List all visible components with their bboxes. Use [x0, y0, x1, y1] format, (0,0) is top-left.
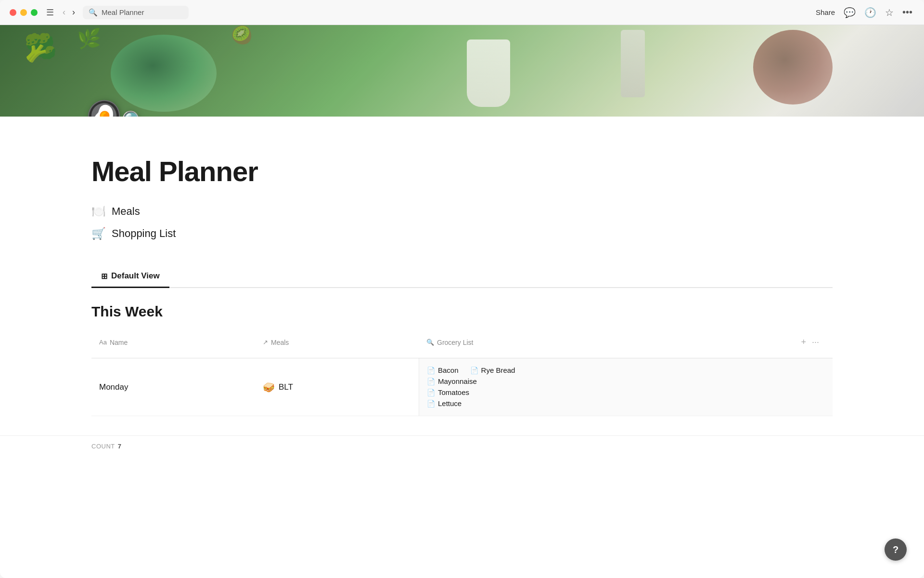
more-options-button[interactable]: ···: [812, 337, 819, 347]
view-tabs: ⊞ Default View: [91, 265, 833, 288]
doc-icon-mayo: 📄: [427, 378, 435, 385]
footer-count: COUNT 7: [0, 435, 924, 457]
tab-default-view[interactable]: ⊞ Default View: [91, 265, 169, 288]
meals-col-icon: ↗: [263, 339, 268, 346]
grocery-tomatoes-label: Tomatoes: [438, 388, 469, 396]
address-bar[interactable]: 🔍 Meal Planner: [83, 6, 189, 19]
titlebar: ☰ ‹ › 🔍 Meal Planner Share 💬 🕐 ☆ •••: [0, 0, 924, 25]
grocery-rye-label: Rye Bread: [481, 366, 515, 374]
page-title: Meal Planner: [91, 155, 833, 187]
grocery-row-4: 📄 Lettuce: [427, 399, 462, 407]
nav-arrows: ‹ ›: [61, 6, 77, 18]
cell-grocery: 📄 Bacon 📄 Rye Bread 📄 Mayonnaise: [419, 358, 833, 416]
close-button[interactable]: [10, 9, 16, 16]
main-content: Meal Planner 🍽️ Meals 🛒 Shopping List ⊞ …: [0, 117, 924, 435]
grocery-item-rye-bread[interactable]: 📄 Rye Bread: [470, 366, 515, 374]
col-header-meals: ↗ Meals: [255, 331, 419, 353]
share-button[interactable]: Share: [816, 8, 835, 16]
nav-link-shopping[interactable]: 🛒 Shopping List: [91, 225, 833, 242]
doc-icon-lettuce: 📄: [427, 400, 435, 407]
grocery-item-bacon[interactable]: 📄 Bacon: [427, 366, 459, 374]
name-col-icon: Aa: [99, 339, 107, 346]
sidebar-toggle-button[interactable]: ☰: [46, 7, 54, 18]
add-column-button[interactable]: +: [801, 337, 806, 347]
meals-icon: 🍽️: [91, 205, 106, 218]
hero-kiwi: 🥝: [231, 25, 253, 45]
doc-icon-tomatoes: 📄: [427, 389, 435, 396]
hero-milk-jug: [467, 39, 510, 107]
doc-icon-bacon: 📄: [427, 367, 435, 374]
nav-link-meals[interactable]: 🍽️ Meals: [91, 203, 833, 220]
blt-label: BLT: [279, 382, 293, 392]
page-title-bar: Meal Planner: [102, 8, 144, 16]
search-icon: 🔍: [89, 8, 98, 17]
col-name-label: Name: [110, 339, 128, 346]
col-meals-label: Meals: [271, 339, 289, 346]
blt-emoji: 🥪: [263, 381, 275, 393]
nav-links: 🍽️ Meals 🛒 Shopping List: [91, 203, 833, 242]
table-icon: ⊞: [101, 272, 107, 281]
grocery-item-lettuce[interactable]: 📄 Lettuce: [427, 399, 462, 407]
section-heading: This Week: [91, 303, 833, 320]
hero-banner: 🥦 🌿 🥝 🍳🔍: [0, 25, 924, 117]
comment-icon[interactable]: 💬: [844, 7, 856, 18]
maximize-button[interactable]: [31, 9, 38, 16]
shopping-icon: 🛒: [91, 227, 106, 240]
grocery-row-3: 📄 Tomatoes: [427, 388, 469, 396]
hero-broccoli: 🥦: [24, 32, 57, 64]
doc-icon-rye: 📄: [470, 367, 478, 374]
nav-link-meals-label: Meals: [112, 205, 140, 218]
tab-default-view-label: Default View: [111, 271, 160, 281]
hero-bowl-spice: [753, 30, 833, 105]
count-value: 7: [118, 443, 122, 450]
help-button[interactable]: ?: [885, 539, 907, 561]
minimize-button[interactable]: [20, 9, 27, 16]
grocery-bacon-label: Bacon: [438, 366, 459, 374]
grocery-row-1: 📄 Bacon 📄 Rye Bread: [427, 366, 515, 374]
back-button[interactable]: ‹: [61, 6, 67, 18]
col-grocery-label: Grocery List: [437, 339, 473, 346]
grocery-item-tomatoes[interactable]: 📄 Tomatoes: [427, 388, 469, 396]
forward-button[interactable]: ›: [70, 6, 77, 18]
cell-day-name[interactable]: Monday: [91, 358, 255, 416]
history-icon[interactable]: 🕐: [864, 7, 876, 18]
cell-meal[interactable]: 🥪 BLT: [255, 358, 419, 416]
count-label: COUNT: [91, 443, 115, 450]
grocery-mayo-label: Mayonnaise: [438, 377, 477, 385]
nav-link-shopping-label: Shopping List: [112, 227, 176, 240]
grocery-row-2: 📄 Mayonnaise: [427, 377, 477, 385]
traffic-lights: [10, 9, 38, 16]
day-label: Monday: [99, 382, 128, 392]
table-header: Aa Name ↗ Meals 🔍 Grocery List + ···: [91, 331, 833, 358]
grocery-lettuce-label: Lettuce: [438, 399, 462, 407]
data-table: Aa Name ↗ Meals 🔍 Grocery List + ···: [91, 331, 833, 416]
meal-item-blt: 🥪 BLT: [263, 381, 293, 393]
grocery-item-mayo[interactable]: 📄 Mayonnaise: [427, 377, 477, 385]
page-logo: 🍳🔍: [82, 102, 156, 117]
titlebar-actions: Share 💬 🕐 ☆ •••: [816, 7, 912, 18]
hero-glass: [621, 30, 645, 97]
grocery-col-icon: 🔍: [426, 339, 434, 346]
table-row: Monday 🥪 BLT 📄 Bacon: [91, 358, 833, 416]
col-actions: + ···: [801, 337, 825, 347]
col-header-grocery: 🔍 Grocery List + ···: [419, 331, 833, 353]
star-icon[interactable]: ☆: [885, 7, 894, 18]
more-icon[interactable]: •••: [902, 7, 912, 18]
col-header-name: Aa Name: [91, 331, 255, 353]
hero-herb: 🌿: [77, 27, 101, 50]
